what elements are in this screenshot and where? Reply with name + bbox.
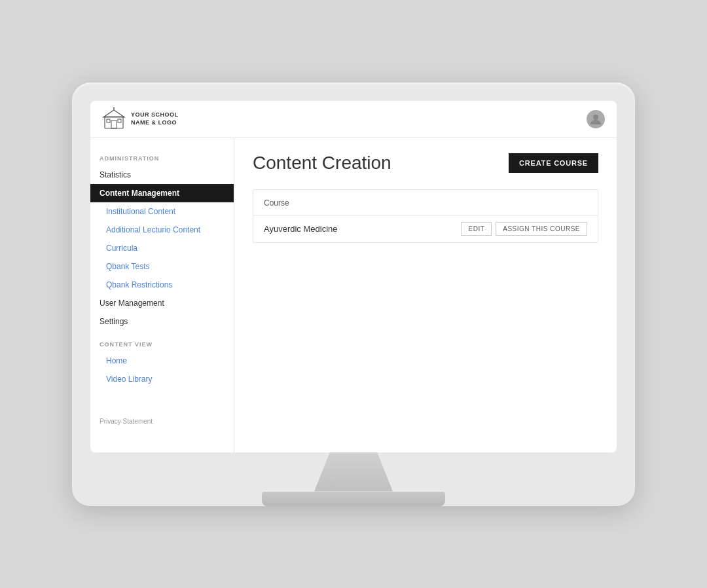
main-content: Content Creation CREATE COURSE Course Ay… [234,138,617,452]
content-view-section-label: CONTENT VIEW [90,341,234,352]
svg-marker-1 [103,110,124,117]
monitor-outer: YOUR SCHOOL NAME & LOGO ADMINISTRATION S… [72,83,635,506]
assign-course-button[interactable]: ASSIGN THIS COURSE [496,222,587,236]
monitor-screen: YOUR SCHOOL NAME & LOGO ADMINISTRATION S… [90,101,617,452]
user-avatar[interactable] [587,110,605,128]
logo-area: YOUR SCHOOL NAME & LOGO [102,107,179,131]
row-actions: EDIT ASSIGN THIS COURSE [461,222,587,236]
sidebar-item-qbank-tests[interactable]: Qbank Tests [90,257,234,276]
monitor-stand-base [262,492,445,506]
sidebar-item-content-management[interactable]: Content Management [90,184,234,202]
sidebar-item-user-management[interactable]: User Management [90,294,234,312]
sidebar-item-video-library[interactable]: Video Library [90,370,234,388]
create-course-button[interactable]: CREATE COURSE [509,153,598,173]
avatar-icon [589,113,602,126]
svg-rect-3 [107,119,110,122]
school-logo-icon [102,107,126,131]
privacy-statement-link[interactable]: Privacy Statement [100,418,153,425]
app-body: ADMINISTRATION Statistics Content Manage… [90,138,617,452]
admin-section-label: ADMINISTRATION [90,155,234,166]
sidebar-item-statistics[interactable]: Statistics [90,166,234,184]
sidebar-item-curricula[interactable]: Curricula [90,239,234,257]
svg-rect-4 [118,119,121,122]
course-table: Course Ayuverdic Medicine EDIT ASSIGN TH… [253,189,598,243]
sidebar-item-additional-lecturio-content[interactable]: Additional Lecturio Content [90,221,234,239]
svg-point-7 [593,115,598,120]
sidebar-item-qbank-restrictions[interactable]: Qbank Restrictions [90,276,234,294]
sidebar-item-settings[interactable]: Settings [90,312,234,331]
course-column-header: Course [264,198,289,208]
app-header: YOUR SCHOOL NAME & LOGO [90,101,617,138]
svg-rect-2 [111,120,117,128]
main-header: Content Creation CREATE COURSE [253,153,598,174]
monitor-stand-neck [314,452,393,492]
table-header: Course [253,190,598,215]
svg-point-6 [113,107,115,109]
table-row: Ayuverdic Medicine EDIT ASSIGN THIS COUR… [253,215,598,242]
logo-text: YOUR SCHOOL NAME & LOGO [131,111,179,126]
course-name: Ayuverdic Medicine [264,224,337,234]
sidebar-item-home[interactable]: Home [90,352,234,370]
sidebar-footer: Privacy Statement [90,414,234,426]
edit-button[interactable]: EDIT [461,222,492,236]
page-title: Content Creation [253,153,391,174]
sidebar: ADMINISTRATION Statistics Content Manage… [90,138,234,452]
sidebar-item-institutional-content[interactable]: Institutional Content [90,202,234,221]
